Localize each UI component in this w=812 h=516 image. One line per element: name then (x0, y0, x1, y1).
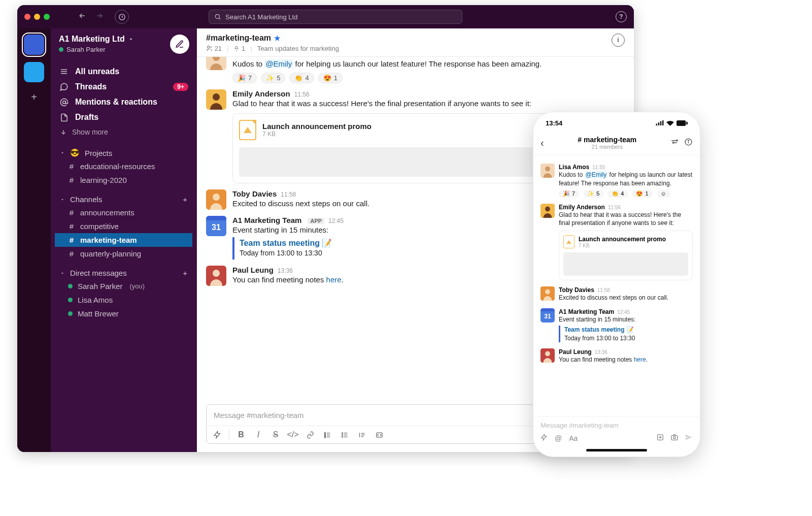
channel-item[interactable]: #competitive (55, 219, 192, 233)
message-author[interactable]: Lisa Amos (559, 164, 589, 171)
section-emoji: 😎 (70, 148, 80, 157)
send-button[interactable] (685, 433, 693, 443)
dm-item[interactable]: Lisa Amos (55, 293, 192, 307)
nav-all-unreads[interactable]: All unreads (51, 64, 196, 79)
link-button[interactable] (304, 429, 316, 440)
avatar[interactable] (206, 189, 226, 210)
nav-threads[interactable]: Threads 9+ (51, 79, 196, 94)
nav-back-button[interactable] (76, 10, 88, 22)
message-author[interactable]: Emily Anderson (232, 89, 290, 98)
strike-button[interactable]: S (270, 429, 281, 440)
calendar-app-icon[interactable]: 31 (206, 216, 226, 236)
search-input[interactable]: Search A1 Marketing Ltd (209, 10, 462, 24)
attach-button[interactable] (656, 433, 664, 443)
history-button[interactable] (115, 10, 129, 24)
shortcuts-button[interactable] (540, 434, 548, 442)
compose-button[interactable] (170, 35, 189, 54)
dm-item[interactable]: Sarah Parker(you) (55, 279, 192, 293)
minimize-window-button[interactable] (34, 14, 40, 20)
close-window-button[interactable] (24, 14, 30, 20)
camera-button[interactable] (670, 433, 679, 443)
bullet-list-button[interactable] (339, 429, 350, 440)
reaction-chip[interactable]: 😍1 (318, 73, 343, 83)
shortcuts-button[interactable] (212, 429, 223, 440)
section-channels-header[interactable]: Channels + (55, 193, 192, 206)
link[interactable]: here (634, 356, 646, 363)
bold-button[interactable]: B (235, 429, 247, 440)
filter-icon[interactable] (670, 138, 679, 148)
reaction-chip[interactable]: 👏4 (289, 73, 314, 83)
message-author[interactable]: Emily Anderson (559, 204, 605, 211)
mobile-title[interactable]: # marketing-team (548, 136, 666, 144)
avatar[interactable] (540, 348, 555, 363)
message-author[interactable]: Toby Davies (559, 286, 594, 294)
mention-link[interactable]: @Emily (585, 171, 608, 178)
channel-item[interactable]: #announcements (55, 206, 192, 219)
info-icon[interactable] (684, 138, 693, 148)
channel-topic[interactable]: Team updates for marketing (257, 45, 339, 52)
section-dms-header[interactable]: Direct messages + (55, 267, 192, 279)
reaction-chip[interactable]: 👏4 (607, 190, 628, 198)
pinned-count[interactable]: 1 (233, 45, 245, 52)
add-reaction-button[interactable]: ☺ (657, 190, 670, 198)
avatar[interactable] (206, 57, 226, 70)
add-dm-button[interactable]: + (183, 269, 187, 277)
svg-point-12 (213, 194, 220, 201)
section-projects-header[interactable]: 😎 Projects (55, 146, 192, 159)
quote-button[interactable] (356, 429, 367, 440)
mention-button[interactable]: @ (555, 434, 562, 442)
workspace-tile-2[interactable] (24, 62, 44, 82)
maximize-window-button[interactable] (44, 14, 50, 20)
star-icon[interactable]: ★ (274, 34, 281, 42)
message-author[interactable]: Paul Leung (232, 266, 274, 274)
nav-drafts[interactable]: Drafts (51, 110, 196, 125)
italic-button[interactable]: I (253, 429, 264, 440)
ordered-list-button[interactable]: 123 (322, 429, 333, 440)
message-author[interactable]: A1 Marketing Team (232, 216, 301, 224)
avatar[interactable] (540, 164, 555, 178)
reaction-chip[interactable]: 🎉7 (232, 73, 257, 83)
members-count[interactable]: 21 (206, 45, 222, 52)
avatar[interactable] (540, 204, 555, 218)
reaction-chip[interactable]: 🎉7 (559, 190, 579, 198)
search-placeholder: Search A1 Marketing Ltd (225, 13, 297, 21)
format-button[interactable]: Aa (569, 434, 578, 442)
event-link[interactable]: Team status meeting (240, 239, 320, 247)
mention-link[interactable]: @Emily (264, 59, 293, 68)
list-icon (59, 67, 69, 76)
channel-info-button[interactable]: i (612, 34, 625, 47)
workspace-tile-1[interactable] (24, 35, 44, 55)
back-button[interactable]: ‹ (540, 137, 544, 149)
channel-item[interactable]: #quarterly-planning (55, 247, 192, 261)
channel-title[interactable]: #marketing-team ★ (206, 34, 339, 43)
add-channel-button[interactable]: + (183, 195, 187, 204)
codeblock-button[interactable] (374, 429, 385, 440)
add-workspace-button[interactable]: + (26, 89, 42, 105)
reaction-chip[interactable]: ✨5 (583, 190, 603, 198)
hash-icon: # (68, 222, 75, 231)
calendar-app-icon[interactable]: 31 (540, 308, 555, 322)
message-author[interactable]: Toby Davies (232, 189, 277, 198)
dm-item[interactable]: Matt Brewer (55, 307, 192, 320)
signal-icon (656, 120, 664, 125)
code-button[interactable]: </> (287, 429, 298, 440)
help-button[interactable]: ? (616, 11, 627, 22)
message-author[interactable]: A1 Marketing Team (559, 308, 614, 315)
channel-item[interactable]: #educational-resources (55, 159, 192, 173)
channel-item[interactable]: #learning-2020 (55, 173, 192, 187)
reaction-chip[interactable]: 😍1 (632, 190, 652, 198)
nav-forward-button[interactable] (93, 10, 106, 22)
workspace-switcher[interactable]: A1 Marketing Ltd (59, 35, 134, 44)
message-author[interactable]: Paul Leung (559, 348, 592, 356)
reaction-chip[interactable]: ✨5 (261, 73, 285, 83)
nav-show-more[interactable]: Show more (51, 125, 196, 139)
avatar[interactable] (540, 286, 555, 301)
link[interactable]: here (326, 275, 342, 284)
file-attachment[interactable]: Launch announcement promo 7 KB (559, 231, 693, 280)
avatar[interactable] (206, 266, 226, 286)
event-link[interactable]: Team status meeting (564, 326, 624, 333)
nav-mentions[interactable]: Mentions & reactions (51, 94, 196, 110)
channel-item-selected[interactable]: #marketing-team (55, 233, 192, 247)
mobile-input[interactable]: Message #marketing-team (540, 422, 693, 433)
avatar[interactable] (206, 89, 226, 110)
